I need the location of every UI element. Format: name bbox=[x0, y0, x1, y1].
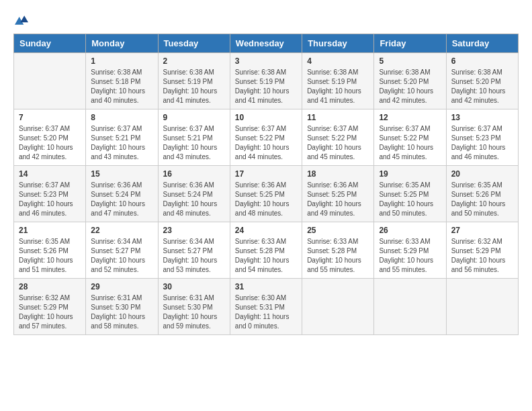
logo-icon bbox=[15, 13, 28, 27]
cell-info: Sunrise: 6:31 AM Sunset: 5:30 PM Dayligh… bbox=[163, 293, 225, 331]
cell-info: Sunrise: 6:32 AM Sunset: 5:29 PM Dayligh… bbox=[19, 293, 81, 331]
calendar-cell: 2Sunrise: 6:38 AM Sunset: 5:19 PM Daylig… bbox=[158, 53, 230, 109]
calendar-cell: 13Sunrise: 6:37 AM Sunset: 5:23 PM Dayli… bbox=[446, 109, 518, 166]
cell-info: Sunrise: 6:33 AM Sunset: 5:28 PM Dayligh… bbox=[235, 237, 297, 275]
cell-info: Sunrise: 6:37 AM Sunset: 5:22 PM Dayligh… bbox=[235, 124, 297, 162]
calendar-cell: 19Sunrise: 6:35 AM Sunset: 5:25 PM Dayli… bbox=[374, 166, 446, 222]
cell-info: Sunrise: 6:36 AM Sunset: 5:24 PM Dayligh… bbox=[163, 181, 225, 218]
svg-marker-1 bbox=[20, 15, 28, 22]
cell-info: Sunrise: 6:37 AM Sunset: 5:23 PM Dayligh… bbox=[451, 124, 513, 162]
cell-info: Sunrise: 6:33 AM Sunset: 5:29 PM Dayligh… bbox=[379, 237, 441, 275]
cell-info: Sunrise: 6:30 AM Sunset: 5:31 PM Dayligh… bbox=[235, 293, 297, 331]
calendar-cell: 27Sunrise: 6:32 AM Sunset: 5:29 PM Dayli… bbox=[446, 222, 518, 279]
day-number: 26 bbox=[379, 226, 441, 235]
day-number: 28 bbox=[19, 282, 81, 291]
cell-info: Sunrise: 6:38 AM Sunset: 5:20 PM Dayligh… bbox=[379, 68, 441, 105]
calendar-week-row: 1Sunrise: 6:38 AM Sunset: 5:18 PM Daylig… bbox=[14, 53, 519, 109]
header-row: SundayMondayTuesdayWednesdayThursdayFrid… bbox=[14, 34, 519, 53]
cell-info: Sunrise: 6:33 AM Sunset: 5:28 PM Dayligh… bbox=[307, 237, 369, 275]
cell-info: Sunrise: 6:38 AM Sunset: 5:19 PM Dayligh… bbox=[235, 68, 297, 105]
calendar-cell: 12Sunrise: 6:37 AM Sunset: 5:22 PM Dayli… bbox=[374, 109, 446, 166]
calendar-cell: 9Sunrise: 6:37 AM Sunset: 5:21 PM Daylig… bbox=[158, 109, 230, 166]
day-number: 11 bbox=[307, 113, 369, 122]
cell-info: Sunrise: 6:36 AM Sunset: 5:25 PM Dayligh… bbox=[307, 181, 369, 218]
cell-info: Sunrise: 6:34 AM Sunset: 5:27 PM Dayligh… bbox=[91, 237, 152, 275]
cell-info: Sunrise: 6:35 AM Sunset: 5:26 PM Dayligh… bbox=[19, 237, 81, 275]
day-number: 5 bbox=[379, 56, 441, 66]
calendar-week-row: 14Sunrise: 6:37 AM Sunset: 5:23 PM Dayli… bbox=[14, 166, 519, 222]
calendar-cell bbox=[302, 279, 374, 335]
cell-info: Sunrise: 6:37 AM Sunset: 5:21 PM Dayligh… bbox=[163, 124, 225, 162]
day-number: 29 bbox=[91, 282, 152, 291]
calendar-cell: 6Sunrise: 6:38 AM Sunset: 5:20 PM Daylig… bbox=[446, 53, 518, 109]
calendar-cell bbox=[374, 279, 446, 335]
header-day-sunday: Sunday bbox=[14, 34, 86, 53]
calendar-cell: 22Sunrise: 6:34 AM Sunset: 5:27 PM Dayli… bbox=[86, 222, 158, 279]
calendar-cell: 1Sunrise: 6:38 AM Sunset: 5:18 PM Daylig… bbox=[86, 53, 158, 109]
day-number: 24 bbox=[235, 226, 297, 235]
calendar-cell: 23Sunrise: 6:34 AM Sunset: 5:27 PM Dayli… bbox=[158, 222, 230, 279]
calendar-cell: 5Sunrise: 6:38 AM Sunset: 5:20 PM Daylig… bbox=[374, 53, 446, 109]
calendar-cell: 26Sunrise: 6:33 AM Sunset: 5:29 PM Dayli… bbox=[374, 222, 446, 279]
day-number: 13 bbox=[451, 113, 513, 122]
calendar-cell: 25Sunrise: 6:33 AM Sunset: 5:28 PM Dayli… bbox=[302, 222, 374, 279]
header-day-friday: Friday bbox=[374, 34, 446, 53]
calendar-week-row: 28Sunrise: 6:32 AM Sunset: 5:29 PM Dayli… bbox=[14, 279, 519, 335]
calendar-cell bbox=[446, 279, 518, 335]
day-number: 31 bbox=[235, 282, 297, 291]
day-number: 30 bbox=[163, 282, 225, 291]
calendar-cell: 11Sunrise: 6:37 AM Sunset: 5:22 PM Dayli… bbox=[302, 109, 374, 166]
calendar-cell: 10Sunrise: 6:37 AM Sunset: 5:22 PM Dayli… bbox=[230, 109, 302, 166]
cell-info: Sunrise: 6:37 AM Sunset: 5:23 PM Dayligh… bbox=[19, 181, 81, 218]
calendar-cell: 7Sunrise: 6:37 AM Sunset: 5:20 PM Daylig… bbox=[14, 109, 86, 166]
cell-info: Sunrise: 6:37 AM Sunset: 5:21 PM Dayligh… bbox=[91, 124, 152, 162]
calendar-header: SundayMondayTuesdayWednesdayThursdayFrid… bbox=[14, 34, 519, 53]
calendar-cell: 17Sunrise: 6:36 AM Sunset: 5:25 PM Dayli… bbox=[230, 166, 302, 222]
header-day-monday: Monday bbox=[86, 34, 158, 53]
day-number: 20 bbox=[451, 169, 513, 179]
cell-info: Sunrise: 6:34 AM Sunset: 5:27 PM Dayligh… bbox=[163, 237, 225, 275]
day-number: 14 bbox=[19, 169, 81, 179]
cell-info: Sunrise: 6:31 AM Sunset: 5:30 PM Dayligh… bbox=[91, 293, 152, 331]
cell-info: Sunrise: 6:38 AM Sunset: 5:19 PM Dayligh… bbox=[307, 68, 369, 105]
calendar-cell: 4Sunrise: 6:38 AM Sunset: 5:19 PM Daylig… bbox=[302, 53, 374, 109]
calendar-cell: 24Sunrise: 6:33 AM Sunset: 5:28 PM Dayli… bbox=[230, 222, 302, 279]
calendar-table: SundayMondayTuesdayWednesdayThursdayFrid… bbox=[13, 34, 519, 335]
cell-info: Sunrise: 6:36 AM Sunset: 5:24 PM Dayligh… bbox=[91, 181, 152, 218]
cell-info: Sunrise: 6:36 AM Sunset: 5:25 PM Dayligh… bbox=[235, 181, 297, 218]
calendar-week-row: 21Sunrise: 6:35 AM Sunset: 5:26 PM Dayli… bbox=[14, 222, 519, 279]
calendar-cell: 21Sunrise: 6:35 AM Sunset: 5:26 PM Dayli… bbox=[14, 222, 86, 279]
day-number: 15 bbox=[91, 169, 152, 179]
page-header bbox=[13, 13, 519, 27]
day-number: 8 bbox=[91, 113, 152, 122]
day-number: 7 bbox=[19, 113, 81, 122]
day-number: 16 bbox=[163, 169, 225, 179]
day-number: 2 bbox=[163, 56, 225, 66]
day-number: 1 bbox=[91, 56, 152, 66]
calendar-cell: 16Sunrise: 6:36 AM Sunset: 5:24 PM Dayli… bbox=[158, 166, 230, 222]
day-number: 10 bbox=[235, 113, 297, 122]
cell-info: Sunrise: 6:32 AM Sunset: 5:29 PM Dayligh… bbox=[451, 237, 513, 275]
day-number: 6 bbox=[451, 56, 513, 66]
cell-info: Sunrise: 6:35 AM Sunset: 5:25 PM Dayligh… bbox=[379, 181, 441, 218]
header-day-tuesday: Tuesday bbox=[158, 34, 230, 53]
cell-info: Sunrise: 6:37 AM Sunset: 5:20 PM Dayligh… bbox=[19, 124, 81, 162]
day-number: 17 bbox=[235, 169, 297, 179]
day-number: 27 bbox=[451, 226, 513, 235]
calendar-cell: 28Sunrise: 6:32 AM Sunset: 5:29 PM Dayli… bbox=[14, 279, 86, 335]
calendar-cell: 15Sunrise: 6:36 AM Sunset: 5:24 PM Dayli… bbox=[86, 166, 158, 222]
day-number: 12 bbox=[379, 113, 441, 122]
calendar-cell: 30Sunrise: 6:31 AM Sunset: 5:30 PM Dayli… bbox=[158, 279, 230, 335]
cell-info: Sunrise: 6:37 AM Sunset: 5:22 PM Dayligh… bbox=[379, 124, 441, 162]
day-number: 23 bbox=[163, 226, 225, 235]
calendar-cell bbox=[14, 53, 86, 109]
day-number: 18 bbox=[307, 169, 369, 179]
day-number: 19 bbox=[379, 169, 441, 179]
cell-info: Sunrise: 6:38 AM Sunset: 5:20 PM Dayligh… bbox=[451, 68, 513, 105]
calendar-cell: 14Sunrise: 6:37 AM Sunset: 5:23 PM Dayli… bbox=[14, 166, 86, 222]
day-number: 3 bbox=[235, 56, 297, 66]
logo bbox=[13, 13, 28, 27]
calendar-body: 1Sunrise: 6:38 AM Sunset: 5:18 PM Daylig… bbox=[14, 53, 519, 335]
cell-info: Sunrise: 6:35 AM Sunset: 5:26 PM Dayligh… bbox=[451, 181, 513, 218]
day-number: 22 bbox=[91, 226, 152, 235]
